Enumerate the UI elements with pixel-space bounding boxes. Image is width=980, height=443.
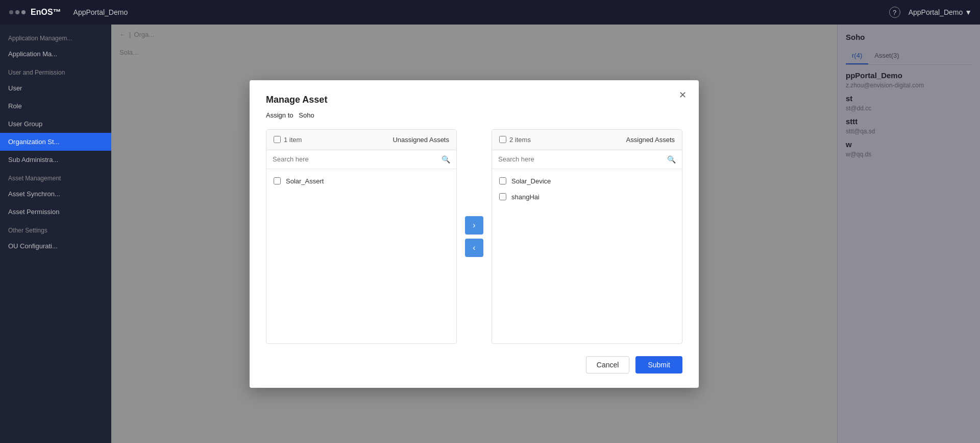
sidebar-section-other: Other Settings <box>0 221 111 237</box>
modal-overlay: Manage Asset ✕ Assign to Soho <box>111 25 837 443</box>
user-email: sttt@qa.sd <box>846 128 972 135</box>
modal-close-button[interactable]: ✕ <box>679 90 687 100</box>
sidebar-item-asset-perm[interactable]: Asset Permission <box>0 203 111 221</box>
svg-point-2 <box>21 10 26 14</box>
right-panel-tabs: r(4) Asset(3) <box>846 48 972 65</box>
assigned-panel-header: 2 items Assigned Assets <box>492 130 682 150</box>
unassigned-search-input[interactable] <box>273 155 437 163</box>
unassigned-panel-header: 1 item Unassigned Assets <box>266 130 456 150</box>
assigned-panel: 2 items Assigned Assets 🔍 Solar_Device <box>492 129 682 344</box>
transfer-back-button[interactable]: ‹ <box>465 239 483 257</box>
assigned-search-icon: 🔍 <box>667 155 676 164</box>
transfer-area: 1 item Unassigned Assets 🔍 Solar_Assert <box>266 129 682 344</box>
list-item[interactable]: Solar_Device <box>492 173 682 189</box>
shanghai-label: shangHai <box>511 193 540 201</box>
top-right-area: ? AppPortal_Demo ▼ <box>889 7 972 18</box>
sidebar-section-user-perm: User and Permission <box>0 63 111 79</box>
sidebar-section-asset-mgmt: Asset Management <box>0 169 111 185</box>
modal-manage-asset: Manage Asset ✕ Assign to Soho <box>250 80 699 388</box>
transfer-buttons: › ‹ <box>465 216 483 257</box>
shanghai-checkbox[interactable] <box>499 193 506 200</box>
sidebar-item-app-ma[interactable]: Application Ma... <box>0 45 111 63</box>
list-item[interactable]: Solar_Assert <box>266 173 456 189</box>
user-name: sttt <box>846 117 972 126</box>
sidebar-item-role[interactable]: Role <box>0 97 111 115</box>
unassigned-panel: 1 item Unassigned Assets 🔍 Solar_Assert <box>266 129 457 344</box>
sidebar: Application Managem... Application Ma...… <box>0 25 111 443</box>
list-item[interactable]: shangHai <box>492 189 682 205</box>
assigned-count-label: 2 items <box>509 136 531 144</box>
user-email: st@dd.cc <box>846 105 972 112</box>
svg-point-0 <box>9 10 13 14</box>
right-panel-inner: Soho r(4) Asset(3) ppPortal_Demo z.zhou@… <box>838 25 980 171</box>
user-email: z.zhou@envision-digital.com <box>846 82 972 89</box>
unassigned-count-row: 1 item <box>274 136 302 144</box>
modal-footer: Cancel Submit <box>266 356 682 374</box>
unassigned-panel-title: Unassigned Assets <box>393 136 449 144</box>
help-icon[interactable]: ? <box>889 7 900 18</box>
user-item: st st@dd.cc <box>846 94 972 112</box>
top-nav: EnOS™ AppPortal_Demo ? AppPortal_Demo ▼ <box>0 0 980 25</box>
submit-button[interactable]: Submit <box>635 356 682 374</box>
sidebar-item-ou-config[interactable]: OU Configurati... <box>0 237 111 255</box>
assigned-search[interactable]: 🔍 <box>492 150 682 169</box>
user-menu[interactable]: AppPortal_Demo ▼ <box>909 8 972 16</box>
transfer-forward-button[interactable]: › <box>465 216 483 235</box>
enos-logo-icon <box>8 7 27 17</box>
logo-area: EnOS™ <box>8 7 61 17</box>
assigned-search-input[interactable] <box>498 155 663 163</box>
user-name: ppPortal_Demo <box>846 71 972 80</box>
solar-assert-label: Solar_Assert <box>286 177 324 185</box>
assign-to-row: Assign to Soho <box>266 111 682 119</box>
sidebar-item-sub-admin[interactable]: Sub Administra... <box>0 151 111 169</box>
user-item: ppPortal_Demo z.zhou@envision-digital.co… <box>846 71 972 89</box>
user-name: w <box>846 140 972 149</box>
sidebar-item-user-group[interactable]: User Group <box>0 115 111 133</box>
main-layout: Application Managem... Application Ma...… <box>0 25 980 443</box>
right-panel-title: Soho <box>846 33 972 41</box>
solar-assert-checkbox[interactable] <box>274 177 281 184</box>
user-item: sttt sttt@qa.sd <box>846 117 972 135</box>
unassigned-select-all-checkbox[interactable] <box>274 136 281 143</box>
solar-device-label: Solar_Device <box>511 177 551 185</box>
app-portal-name: AppPortal_Demo <box>74 8 128 16</box>
modal-title: Manage Asset <box>266 95 682 105</box>
sidebar-section-app: Application Managem... <box>0 29 111 45</box>
user-item: w w@qq.ds <box>846 140 972 158</box>
content-area: ← | Orga... Sola... Manage Asset ✕ Assig… <box>111 25 837 443</box>
sidebar-item-org-st[interactable]: Organization St... <box>0 133 111 151</box>
unassigned-search[interactable]: 🔍 <box>266 150 456 169</box>
enos-brand: EnOS™ <box>31 8 61 17</box>
assigned-select-all-checkbox[interactable] <box>499 136 506 143</box>
user-email: w@qq.ds <box>846 151 972 158</box>
user-name: st <box>846 94 972 103</box>
unassigned-list: Solar_Assert <box>266 169 456 343</box>
right-panel-user-list: ppPortal_Demo z.zhou@envision-digital.co… <box>846 71 972 158</box>
tab-asset[interactable]: Asset(3) <box>868 48 905 64</box>
assign-to-value: Soho <box>299 111 314 119</box>
assigned-list: Solar_Device shangHai <box>492 169 682 343</box>
sidebar-item-user[interactable]: User <box>0 79 111 97</box>
right-panel: Soho r(4) Asset(3) ppPortal_Demo z.zhou@… <box>837 25 980 443</box>
assigned-panel-title: Assigned Assets <box>626 136 675 144</box>
cancel-button[interactable]: Cancel <box>586 356 630 374</box>
assign-to-label: Assign to <box>266 111 293 119</box>
unassigned-search-icon: 🔍 <box>442 155 450 164</box>
solar-device-checkbox[interactable] <box>499 177 506 184</box>
svg-point-1 <box>15 10 19 14</box>
tab-member[interactable]: r(4) <box>846 48 868 64</box>
sidebar-item-asset-sync[interactable]: Asset Synchron... <box>0 185 111 203</box>
unassigned-count-label: 1 item <box>284 136 302 144</box>
assigned-count-row: 2 items <box>499 136 531 144</box>
